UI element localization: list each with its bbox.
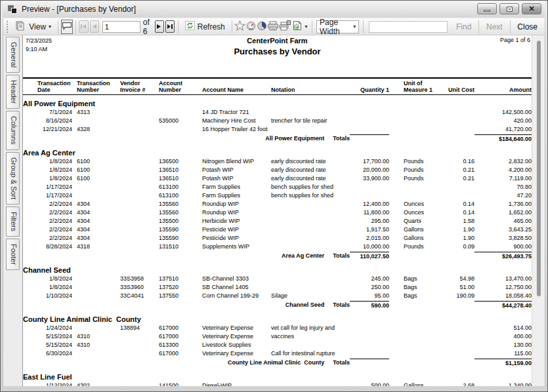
- cell-cost: 0.16: [442, 157, 474, 166]
- cell-cost: 51.00: [442, 283, 474, 292]
- sidebar-tab-group-sort[interactable]: Group & Sort: [6, 152, 20, 205]
- cell-number: [72, 324, 116, 332]
- toolbar-grip[interactable]: [7, 21, 9, 33]
- cell-amount: 115.00: [474, 349, 532, 358]
- title-bar[interactable]: Preview - [Purchases by Vendor] ✕: [3, 1, 545, 18]
- page-number-input[interactable]: [102, 21, 140, 33]
- refresh-icon: [185, 21, 195, 32]
- sidebar-tab-filters[interactable]: Filters: [6, 206, 20, 237]
- cell-name: 16 Hopper Trailer 42 foot: [198, 125, 268, 134]
- cell-qty: [350, 125, 389, 134]
- find-input[interactable]: [369, 21, 448, 33]
- cell-uom: Gallons: [389, 234, 442, 243]
- refresh-button[interactable]: Refresh: [181, 19, 229, 34]
- cell-number: 6100: [72, 174, 116, 183]
- comment-toggle-button[interactable]: [61, 20, 73, 34]
- find-button[interactable]: Find: [452, 21, 476, 33]
- cell-cost: [442, 108, 474, 117]
- cell-amount: 18,058.40: [474, 292, 532, 300]
- sidebar-tab-columns[interactable]: Columns: [6, 111, 20, 149]
- restore-button[interactable]: [499, 3, 519, 14]
- sidebar-tab-footer[interactable]: Footer: [6, 239, 20, 270]
- sidebar-tab-header[interactable]: Header: [6, 75, 20, 109]
- view-pages-icon: [16, 21, 26, 33]
- cell-amount: 142,500.00: [474, 108, 532, 117]
- column-header-amount: Amount: [474, 80, 532, 93]
- cell-qty: 33,900.00: [350, 174, 389, 183]
- cell-date: 2/2/2024: [23, 234, 72, 243]
- cell-qty: [350, 191, 389, 200]
- cell-uom: [389, 108, 442, 117]
- close-window-button[interactable]: ✕: [522, 3, 541, 14]
- table-row: 5/15/20244310613300Livestock Supplies130…: [23, 341, 532, 349]
- cell-amount: 1,340.00: [474, 382, 532, 386]
- previous-page-button[interactable]: [90, 20, 99, 33]
- totals-group-name: Channel Seed: [285, 302, 325, 308]
- next-page-button[interactable]: [155, 20, 164, 33]
- cell-name: Potash WIP: [198, 166, 268, 174]
- pie-chart-icon: [257, 21, 267, 33]
- cell-account: 135560: [156, 200, 198, 208]
- gauge-button[interactable]: [245, 20, 257, 34]
- cell-amount: 420.00: [474, 117, 532, 125]
- cell-cost: [442, 183, 474, 191]
- first-page-button[interactable]: [79, 20, 88, 33]
- totals-cost: [442, 252, 474, 261]
- cell-account: 617000: [156, 349, 198, 358]
- cell-account: 135590: [156, 225, 198, 234]
- pie-chart-button[interactable]: [257, 20, 267, 34]
- cell-uom: [389, 341, 442, 349]
- cell-notation: [268, 108, 350, 117]
- cell-invoice: [116, 191, 156, 200]
- cell-qty: [350, 117, 389, 125]
- cell-notation: bench supplies for shed: [268, 191, 350, 200]
- cell-invoice: 33S3960: [116, 283, 156, 292]
- cell-invoice: [116, 349, 156, 358]
- view-button[interactable]: View ▾: [12, 19, 55, 35]
- cell-name: Veterinary Expense: [198, 324, 268, 332]
- cell-number: 4304: [72, 234, 116, 243]
- totals-group-name: All Power Equipment: [265, 135, 324, 142]
- favorites-button[interactable]: [234, 20, 245, 34]
- cell-account: 136510: [156, 166, 198, 174]
- print-button[interactable]: [267, 20, 279, 34]
- cell-qty: 95.00: [350, 292, 389, 300]
- cell-notation: early discounted rate: [268, 174, 350, 183]
- last-page-button[interactable]: [165, 20, 175, 33]
- print-setup-button[interactable]: [279, 20, 291, 34]
- cell-notation: early discounted rate: [268, 166, 350, 174]
- cell-number: 4302: [72, 382, 116, 386]
- cell-date: 2/2/2024: [23, 200, 72, 208]
- zoom-select[interactable]: Page Width ▾: [316, 20, 359, 33]
- vertical-scrollbar[interactable]: [532, 35, 545, 386]
- totals-amount: $26,493.75: [474, 252, 532, 261]
- view-button-label: View: [29, 22, 46, 31]
- cell-qty: 295.00: [350, 217, 389, 225]
- totals-word: Totals: [333, 359, 350, 366]
- first-page-icon: [80, 22, 87, 31]
- table-row: 5/15/20244310617000Veterinary Expensevac…: [23, 332, 532, 341]
- table-row: 7/1/2024431314 JD Tractor 721142,500.00: [23, 108, 532, 117]
- cell-name: Machinery Hire Cost: [198, 117, 268, 125]
- cell-invoice: 33S3958: [116, 275, 156, 283]
- cell-invoice: [116, 341, 156, 349]
- cell-account: 137520: [156, 283, 198, 292]
- export-button[interactable]: ▾: [291, 18, 309, 35]
- cell-amount: 12,750.00: [474, 283, 532, 292]
- cell-name: Roundup WIP: [198, 200, 268, 208]
- cell-invoice: [116, 117, 156, 125]
- column-header-invoice: VendorInvoice #: [116, 80, 156, 93]
- close-preview-button[interactable]: Close: [513, 21, 542, 33]
- totals-label: Area Ag CenterTotals: [23, 252, 350, 261]
- cell-cost: 1.90: [442, 225, 474, 234]
- cell-cost: [442, 341, 474, 349]
- cell-cost: 54.98: [442, 275, 474, 283]
- minimize-button[interactable]: [477, 3, 497, 14]
- cell-date: 2/2/2024: [23, 225, 72, 234]
- cell-number: 4310: [72, 341, 116, 349]
- sidebar-tab-general[interactable]: General: [6, 37, 20, 73]
- scrollbar-thumb[interactable]: [537, 41, 541, 296]
- find-next-button[interactable]: Next: [482, 21, 507, 33]
- column-header-cost: Unit Cost: [442, 80, 474, 93]
- cell-cost: 1.58: [442, 217, 474, 225]
